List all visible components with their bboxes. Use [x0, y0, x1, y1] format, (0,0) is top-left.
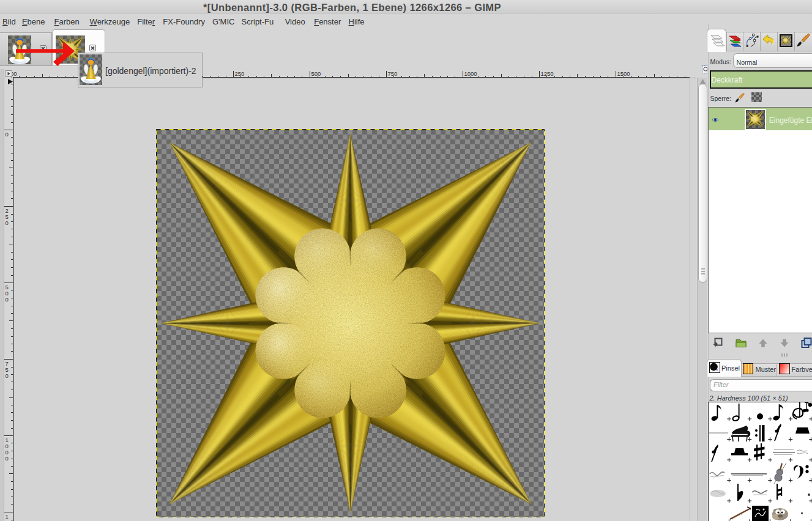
svg-text:0: 0: [6, 455, 9, 462]
svg-text:250: 250: [235, 70, 245, 77]
svg-text:0: 0: [6, 372, 9, 379]
svg-text:0: 0: [6, 220, 9, 226]
svg-text:0: 0: [6, 131, 9, 138]
svg-text:750: 750: [388, 70, 398, 77]
svg-text:500: 500: [311, 70, 321, 77]
svg-text:1250: 1250: [541, 70, 554, 77]
svg-text:0: 0: [6, 296, 9, 303]
